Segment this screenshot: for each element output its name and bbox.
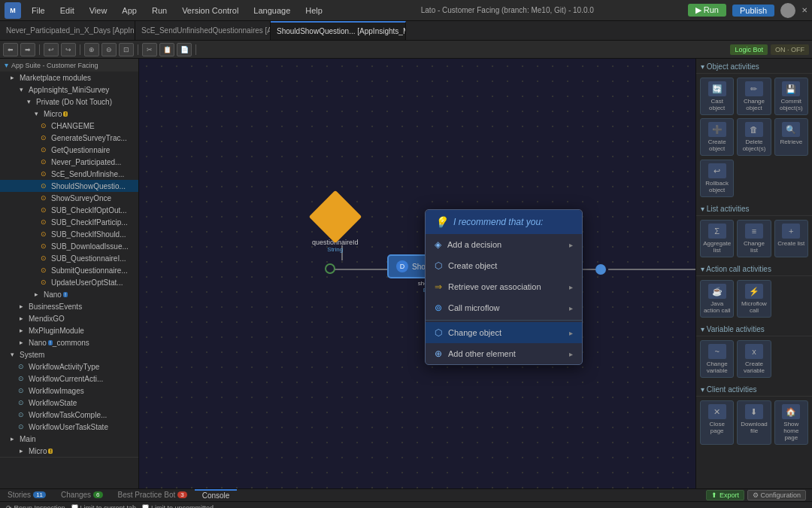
on-off-toggle[interactable]: ON · OFF xyxy=(771,44,809,55)
bottom-tab-changes[interactable]: Changes 6 xyxy=(53,489,110,501)
ctx-call-microflow[interactable]: ⊚ Call microflow ▸ xyxy=(426,297,582,318)
tab-1[interactable]: ScE_SendUnfinishedQuestionnaires [AppIns… xyxy=(135,21,271,40)
tree-sub-checkifparticip[interactable]: ⊙ SUB_CheckIfParticip... xyxy=(0,216,138,228)
tab-0[interactable]: Never_Participated_in_X_Days [AppInsight… xyxy=(0,21,135,40)
toolbar-btn-3[interactable]: ↩ xyxy=(44,43,59,56)
rp-create-object[interactable]: ➕ Create object xyxy=(700,118,734,156)
tree-workflowimages[interactable]: ⊙ WorkflowImages xyxy=(0,385,138,397)
menu-language[interactable]: Language xyxy=(249,5,295,17)
menu-file[interactable]: File xyxy=(27,5,50,17)
menu-app[interactable]: App xyxy=(117,5,141,17)
tree-businessevents[interactable]: ▸ BusinessEvents xyxy=(0,300,138,312)
rp-rollback[interactable]: ↩ Rollback object xyxy=(700,160,734,197)
configuration-button[interactable]: ⚙ Configuration xyxy=(747,490,806,500)
menu-run[interactable]: Run xyxy=(147,5,171,17)
rp-object-activities-title[interactable]: Object activities xyxy=(696,59,812,74)
toolbar-btn-5[interactable]: ⊕ xyxy=(84,43,99,56)
tree-micro-bottom[interactable]: ▸ Micro! xyxy=(0,445,138,457)
tree-sub-checkifoptout[interactable]: ⊙ SUB_CheckIfOptOut... xyxy=(0,204,138,216)
tree-sce-send[interactable]: ⊙ ScE_SendUnfinishe... xyxy=(0,168,138,180)
tree-appinsights[interactable]: ▾ AppInsights_MiniSurvey xyxy=(0,84,138,96)
rp-commit-object[interactable]: 💾 Commit object(s) xyxy=(774,78,808,115)
rp-aggregate-list[interactable]: Σ Aggregate list xyxy=(700,220,734,257)
toolbar-btn-7[interactable]: ⊡ xyxy=(119,43,134,56)
toolbar-btn-1[interactable]: ⬅ xyxy=(3,43,18,56)
tree-marketplace-modules[interactable]: ▸ Marketplace modules xyxy=(0,71,138,84)
tree-shouldshow[interactable]: ⊙ ShouldShowQuestio... xyxy=(0,180,138,192)
tree-workflowstate[interactable]: ⊙ WorkflowState xyxy=(0,397,138,409)
tree-workflowactivitytype[interactable]: ⊙ WorkflowActivityType xyxy=(0,360,138,373)
toolbar-btn-8[interactable]: ✂ xyxy=(142,43,157,56)
bottom-tab-stories[interactable]: Stories 11 xyxy=(0,489,53,501)
rp-change-list[interactable]: ≡ Change list xyxy=(737,220,771,257)
publish-button[interactable]: Publish xyxy=(732,5,774,17)
tab-2[interactable]: ShouldShowQuestion... [AppInsights_MiniS… xyxy=(271,21,406,40)
tree-mxpluginmodule[interactable]: ▸ MxPluginModule xyxy=(0,324,138,336)
rp-action-call-title[interactable]: Action call activities xyxy=(696,261,812,276)
menu-view[interactable]: View xyxy=(85,5,112,17)
rp-cast-object[interactable]: 🔄 Cast object xyxy=(700,78,734,115)
tree-updateuseropstat[interactable]: ⊙ UpdateUserOptStat... xyxy=(0,276,138,288)
rp-client-activities-title[interactable]: Client activities xyxy=(696,382,812,397)
tree-sub-downloadissue[interactable]: ⊙ SUB_DownloadIssue... xyxy=(0,240,138,252)
tree-submitquestionnaire[interactable]: ⊙ SubmitQuestionnaire... xyxy=(0,264,138,276)
toolbar-btn-6[interactable]: ⊖ xyxy=(102,43,117,56)
ctx-create-object[interactable]: ⬡ Create object xyxy=(426,255,582,276)
tree-showsurveyonce[interactable]: ⊙ ShowSurveyOnce xyxy=(0,192,138,204)
panel-header-app[interactable]: ▾ App Suite - Customer Facing xyxy=(0,59,138,71)
ctx-change-object[interactable]: ⬡ Change object ▸ xyxy=(426,322,582,343)
toolbar-btn-10[interactable]: 📄 xyxy=(177,43,192,56)
menu-edit[interactable]: Edit xyxy=(56,5,79,17)
rp-delete-object[interactable]: 🗑 Delete object(s) xyxy=(737,118,771,156)
rp-list-activities-title[interactable]: List activities xyxy=(696,201,812,216)
rp-close-page[interactable]: ✕ Close page xyxy=(700,400,734,445)
tree-workflowtaskcompletion[interactable]: ⊙ WorkflowTaskComple... xyxy=(0,409,138,421)
limit-to-tab-checkbox[interactable]: Limit to current tab xyxy=(71,504,137,508)
rp-create-list[interactable]: + Create list xyxy=(774,220,808,257)
tree-workflowcurrentactivity[interactable]: ⊙ WorkflowCurrentActi... xyxy=(0,373,138,385)
limit-uncommitted-input[interactable] xyxy=(142,504,149,508)
tree-main[interactable]: ▸ Main xyxy=(0,433,138,445)
limit-tab-input[interactable] xyxy=(71,504,78,508)
toolbar-btn-2[interactable]: ➡ xyxy=(20,43,35,56)
tree-workflowusertaskstate[interactable]: ⊙ WorkflowUserTaskState xyxy=(0,421,138,433)
rp-microflow-call[interactable]: ⚡ Microflow call xyxy=(737,280,771,318)
ctx-add-other[interactable]: ⊕ Add other element ▸ xyxy=(426,343,582,364)
tree-system[interactable]: ▾ System xyxy=(0,348,138,360)
toolbar-btn-9[interactable]: 📋 xyxy=(159,43,174,56)
tree-sub-checkifshould[interactable]: ⊙ SUB_CheckIfShould... xyxy=(0,228,138,240)
rp-variable-activities-title[interactable]: Variable activities xyxy=(696,321,812,336)
tree-generatesurveytrac[interactable]: ⊙ GenerateSurveyTrac... xyxy=(0,132,138,144)
menu-version-control[interactable]: Version Control xyxy=(177,5,243,17)
rp-show-home-page[interactable]: 🏠 Show home page xyxy=(774,400,808,445)
rp-download-file[interactable]: ⬇ Download file xyxy=(737,400,771,445)
tree-micro-badge[interactable]: ▾ Micro! xyxy=(0,108,138,120)
tree-nano-commons[interactable]: ▸ Nano!_commons xyxy=(0,336,138,348)
rp-create-variable[interactable]: x Create variable xyxy=(737,340,771,378)
ctx-add-decision[interactable]: ◈ Add a decision ▸ xyxy=(426,234,582,255)
tree-never-participated[interactable]: ⊙ Never_Participated... xyxy=(0,156,138,168)
rp-retrieve[interactable]: 🔍 Retrieve xyxy=(774,118,808,156)
ctx-retrieve[interactable]: ⇒ Retrieve over association ▸ xyxy=(426,276,582,297)
rerun-inspection-button[interactable]: ⟳ Rerun Inspection xyxy=(6,504,65,508)
bottom-tab-bestpractice[interactable]: Best Practice Bot 3 xyxy=(111,489,195,501)
toolbar-btn-4[interactable]: ↪ xyxy=(61,43,76,56)
tree-nano-badge[interactable]: ▸ Nano! xyxy=(0,288,138,300)
menu-help[interactable]: Help xyxy=(301,5,327,17)
tree-private[interactable]: ▾ Private (Do Not Touch) xyxy=(0,96,138,108)
bottom-tab-console[interactable]: Console xyxy=(195,489,238,501)
change-variable-icon: ~ xyxy=(708,344,726,359)
tree-getquestionnaire[interactable]: ⊙ GetQuestionnaire xyxy=(0,144,138,156)
tree-sub-questionnairei[interactable]: ⊙ SUB_QuestionnaireI... xyxy=(0,252,138,264)
window-close[interactable]: ✕ xyxy=(801,6,807,14)
rp-java-action[interactable]: ☕ Java action call xyxy=(700,280,734,318)
export-button[interactable]: ⬆ Export xyxy=(706,490,744,500)
limit-to-uncommitted-checkbox[interactable]: Limit to uncommitted xyxy=(142,504,214,508)
user-avatar xyxy=(780,3,795,18)
rp-change-object[interactable]: ✏ Change object xyxy=(737,78,771,115)
tree-changeme[interactable]: ⊙ CHANGEME xyxy=(0,120,138,132)
run-button[interactable]: ▶ Run xyxy=(688,4,726,17)
canvas-area[interactable]: questionnaireId String D ShowSurveyOnce … xyxy=(139,59,695,488)
tree-mendixgo[interactable]: ▸ MendixGO xyxy=(0,312,138,324)
rp-change-variable[interactable]: ~ Change variable xyxy=(700,340,734,378)
